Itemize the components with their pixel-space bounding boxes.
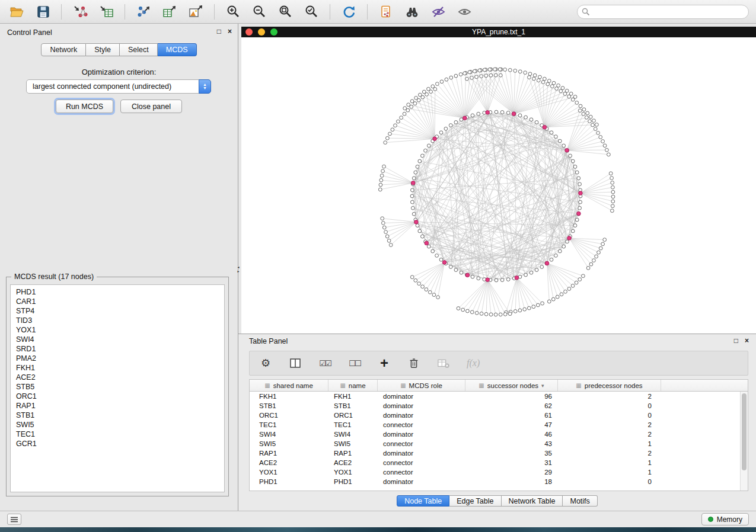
open-file-button[interactable] <box>7 2 26 21</box>
table-header-row: ▦ shared name ▦ name ▦ MCDS role ▦ succe… <box>250 380 748 392</box>
mcds-result-node[interactable]: FKH1 <box>11 363 224 373</box>
table-row[interactable]: SWI4 SWI4 dominator 46 2 <box>250 430 748 439</box>
mcds-result-node[interactable]: STB1 <box>11 411 224 420</box>
tab-network-table[interactable]: Network Table <box>502 495 563 507</box>
zoom-fit-button[interactable] <box>276 2 295 21</box>
float-table-panel-icon[interactable]: □ <box>734 336 738 345</box>
import-table-button[interactable] <box>97 2 116 21</box>
zoom-selected-icon <box>304 4 319 19</box>
mcds-result-node[interactable]: STP4 <box>11 306 224 316</box>
refresh-icon <box>342 4 356 19</box>
float-panel-icon[interactable]: □ <box>217 27 221 36</box>
tab-select[interactable]: Select <box>120 43 158 56</box>
network-graph[interactable] <box>241 37 756 334</box>
column-header-shared-name[interactable]: ▦ shared name <box>250 380 328 391</box>
mcds-result-node[interactable]: ACE2 <box>11 373 224 382</box>
export-network-icon <box>136 4 151 19</box>
table-row[interactable]: FKH1 FKH1 dominator 96 2 <box>250 392 748 401</box>
close-table-panel-icon[interactable]: × <box>745 336 749 345</box>
find-button[interactable] <box>403 2 422 21</box>
mcds-result-node[interactable]: TEC1 <box>11 430 224 439</box>
show-panel-button[interactable] <box>455 2 474 21</box>
mcds-result-list[interactable]: PHD1 CAR1 STP4 TID3 YOX1 SWI4 SRD1 PMA2 … <box>10 284 225 492</box>
tab-node-table[interactable]: Node Table <box>397 495 449 507</box>
table-row[interactable]: PHD1 PHD1 dominator 18 0 <box>250 477 748 486</box>
table-row[interactable]: TEC1 TEC1 connector 47 2 <box>250 420 748 430</box>
tab-motifs[interactable]: Motifs <box>563 495 597 507</box>
column-header-mcds-role[interactable]: ▦ MCDS role <box>378 380 465 391</box>
cell-name: RAP1 <box>328 448 378 458</box>
show-columns-button[interactable] <box>289 355 302 371</box>
search-input[interactable] <box>577 5 749 19</box>
mcds-result-node[interactable]: RAP1 <box>11 401 224 411</box>
close-panel-icon[interactable]: × <box>228 27 232 36</box>
open-folder-icon <box>9 5 24 19</box>
column-header-predecessor-nodes[interactable]: ▦ predecessor nodes <box>558 380 661 391</box>
export-web-button[interactable] <box>377 2 395 21</box>
window-zoom-icon[interactable] <box>270 28 277 36</box>
save-icon <box>36 5 50 18</box>
mcds-result-node[interactable]: CAR1 <box>11 297 224 306</box>
optimization-criterion-select[interactable]: largest connected component (undirected)… <box>26 79 211 94</box>
mcds-result-node[interactable]: SRD1 <box>11 344 224 354</box>
column-header-successor-nodes[interactable]: ▦ successor nodes ▾ <box>465 380 558 391</box>
tab-edge-table[interactable]: Edge Table <box>449 495 501 507</box>
mcds-result-node[interactable]: SWI5 <box>11 420 224 430</box>
network-canvas[interactable] <box>241 37 756 334</box>
window-close-icon[interactable] <box>245 28 253 36</box>
add-column-button[interactable]: + <box>378 355 391 371</box>
mcds-result-node[interactable]: GCR1 <box>11 439 224 448</box>
scrollbar-thumb[interactable] <box>742 393 747 470</box>
mcds-result-node[interactable]: ORC1 <box>11 392 224 401</box>
splitter-handle[interactable]: ◂▸ <box>236 265 241 274</box>
mcds-result-node[interactable]: PMA2 <box>11 354 224 363</box>
deselect-all-button[interactable]: ☐☐ <box>348 355 361 371</box>
save-session-button[interactable] <box>33 2 52 21</box>
mcds-result-node[interactable]: YOX1 <box>11 325 224 335</box>
export-table-button[interactable] <box>160 2 179 21</box>
refresh-button[interactable] <box>339 2 358 21</box>
tab-network[interactable]: Network <box>41 43 86 56</box>
column-header-name[interactable]: ▦ name <box>328 380 378 391</box>
window-minimize-icon[interactable] <box>258 28 265 36</box>
fx-icon: f(x) <box>467 358 480 368</box>
mcds-result-node[interactable]: TID3 <box>11 316 224 325</box>
column-grid-icon: ▦ <box>479 382 484 389</box>
search-box <box>577 5 749 19</box>
table-row[interactable]: SWI5 SWI5 connector 43 1 <box>250 439 748 448</box>
close-panel-button[interactable]: Close panel <box>120 100 182 113</box>
table-row[interactable]: STB1 STB1 dominator 62 0 <box>250 401 748 411</box>
cell-predecessor-nodes: 1 <box>558 458 661 467</box>
import-network-button[interactable] <box>71 2 90 21</box>
zoom-out-button[interactable] <box>250 2 269 21</box>
mcds-result-node[interactable]: PHD1 <box>11 287 224 297</box>
delete-column-button[interactable] <box>407 355 420 371</box>
mcds-result-node[interactable]: SWI4 <box>11 335 224 344</box>
tab-mcds[interactable]: MCDS <box>158 43 197 56</box>
gear-icon: ⚙ <box>261 357 270 370</box>
zoom-selected-button[interactable] <box>302 2 321 21</box>
network-hub-node <box>543 125 547 129</box>
export-network-button[interactable] <box>134 2 153 21</box>
network-window-titlebar: YPA_prune.txt_1 <box>241 27 756 37</box>
sort-caret-icon: ▾ <box>541 383 544 389</box>
export-image-button[interactable] <box>186 2 205 21</box>
table-settings-button[interactable]: ⚙ <box>259 355 272 371</box>
zoom-in-button[interactable] <box>224 2 243 21</box>
table-row[interactable]: YOX1 YOX1 connector 29 1 <box>250 467 748 477</box>
cell-shared-name: SWI5 <box>250 439 328 448</box>
table-scrollbar[interactable] <box>740 392 748 491</box>
hide-panel-button[interactable] <box>429 2 448 21</box>
function-builder-button[interactable]: f(x) <box>467 355 480 371</box>
delete-table-button[interactable] <box>437 355 450 371</box>
table-row[interactable]: ACE2 ACE2 connector 31 1 <box>250 458 748 467</box>
memory-button[interactable]: Memory <box>701 513 749 525</box>
select-stepper-icon: ▲▼ <box>199 79 211 94</box>
table-row[interactable]: RAP1 RAP1 dominator 35 2 <box>250 448 748 458</box>
table-row[interactable]: ORC1 ORC1 dominator 61 0 <box>250 411 748 420</box>
panel-menu-button[interactable] <box>7 514 21 525</box>
mcds-result-node[interactable]: STB5 <box>11 382 224 392</box>
tab-style[interactable]: Style <box>86 43 120 56</box>
select-all-button[interactable]: ☑☑ <box>318 355 331 371</box>
run-mcds-button[interactable]: Run MCDS <box>56 100 113 113</box>
